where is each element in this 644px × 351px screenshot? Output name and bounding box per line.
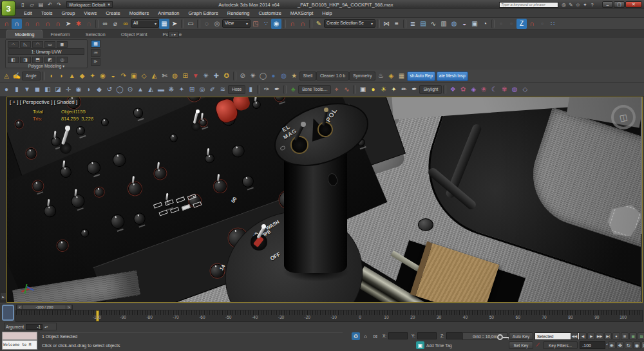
argument-value[interactable]: -1 bbox=[26, 324, 43, 330]
space-warp7-icon[interactable]: ◇ bbox=[520, 84, 530, 95]
set-key-button[interactable]: Set Key bbox=[509, 341, 533, 349]
capsule-icon[interactable]: ◗ bbox=[84, 84, 94, 95]
prev-frame-icon[interactable]: ◀ bbox=[579, 332, 587, 340]
cut-icon[interactable]: ✄ bbox=[160, 71, 170, 81]
ribbon-minimize-button[interactable]: ▪ ▾ bbox=[168, 31, 179, 38]
track-bar[interactable]: -100-90-80-70-60-50-40-30-20-10010203040… bbox=[15, 310, 643, 322]
snap-cursor-icon[interactable]: ➤ bbox=[63, 19, 73, 29]
prism-icon[interactable]: ▲ bbox=[135, 84, 146, 95]
next-frame-icon[interactable]: ▶▶ bbox=[596, 332, 603, 340]
toolbar-icon[interactable] bbox=[42, 71, 45, 81]
layer-manager-icon[interactable]: ≣ bbox=[408, 19, 418, 29]
steering-wheel-widget[interactable]: ◫ bbox=[611, 105, 636, 129]
toolbar-icon[interactable] bbox=[309, 19, 312, 28]
toolbar-icon[interactable] bbox=[491, 19, 495, 28]
spline-icon[interactable]: ✐ bbox=[207, 84, 218, 95]
favorites-icon[interactable]: ✦ bbox=[582, 2, 589, 8]
manip-dots-icon[interactable]: ∷ bbox=[547, 19, 558, 29]
x-field[interactable] bbox=[388, 332, 408, 339]
absolute-mode-icon[interactable]: ⊡ bbox=[371, 332, 379, 340]
modifier-field[interactable]: 1: Unwrap UVW bbox=[8, 48, 84, 55]
lamp-icon[interactable]: ◈ bbox=[386, 71, 396, 81]
menu-item[interactable]: Graph Editors bbox=[184, 10, 223, 16]
previous-mod-icon[interactable]: ⬒ bbox=[32, 57, 43, 63]
search-icon[interactable]: ◎ bbox=[560, 2, 567, 8]
menu-item[interactable]: Help bbox=[317, 10, 336, 16]
polygon-mode-icon[interactable]: ▭ bbox=[44, 41, 55, 48]
sphere-primitive-icon[interactable]: ● bbox=[1, 84, 12, 95]
hose-icon[interactable]: ▮ bbox=[245, 84, 256, 95]
collapse-icon[interactable]: ✪ bbox=[222, 71, 232, 81]
menu-item[interactable]: Animation bbox=[153, 10, 184, 16]
space-warp4-icon[interactable]: ❀ bbox=[478, 84, 489, 95]
inactive2-icon[interactable]: ▫ bbox=[506, 19, 516, 29]
configure-mod-icon[interactable]: ◎ bbox=[57, 57, 68, 63]
prev-frame-arrow[interactable]: < bbox=[17, 305, 23, 309]
add-time-tag-icon[interactable]: ▣ bbox=[416, 341, 424, 349]
ribbon-sel-a-icon[interactable]: ▦ bbox=[91, 40, 100, 48]
cap-icon[interactable]: ▣ bbox=[129, 71, 139, 81]
geosphere-icon[interactable]: ◉ bbox=[73, 84, 84, 95]
key-filters-button[interactable]: Key Filters... bbox=[543, 341, 578, 349]
y-field[interactable] bbox=[417, 332, 437, 339]
rect-region-icon[interactable]: ▭ bbox=[185, 19, 196, 29]
paint-bucket-icon[interactable]: ◍ bbox=[279, 71, 289, 81]
set-keys-icon[interactable] bbox=[497, 334, 503, 340]
space-warp3-icon[interactable]: ◈ bbox=[468, 84, 478, 95]
cone-primitive-icon[interactable]: ▼ bbox=[22, 84, 32, 95]
menu-item[interactable]: Views bbox=[79, 10, 101, 16]
add-time-tag-label[interactable]: Add Time Tag bbox=[426, 343, 452, 348]
connect-icon[interactable]: ◇ bbox=[139, 71, 149, 81]
toolbar-icon[interactable] bbox=[403, 19, 406, 28]
direct-light-icon[interactable]: ✦ bbox=[388, 84, 399, 95]
chamfercyl-icon[interactable]: ⊞ bbox=[187, 84, 197, 95]
chamferbox-icon[interactable]: ◧ bbox=[43, 84, 53, 95]
viewport-label[interactable]: [ + ] [ Perspective ] [ Shaded ] bbox=[10, 99, 77, 105]
close-button[interactable]: ✕ bbox=[625, 1, 642, 8]
tab-freeform[interactable]: Freeform bbox=[43, 30, 77, 38]
snap-z-icon[interactable]: ∩ bbox=[527, 19, 537, 29]
menu-item[interactable]: Tools bbox=[37, 10, 57, 16]
mesh-inspect-button[interactable]: ate Mesh Insp bbox=[437, 71, 468, 81]
gengon-icon[interactable]: ⊙ bbox=[125, 84, 135, 95]
argument-stepper[interactable]: ▴▾ bbox=[44, 325, 48, 328]
toolbar-icon[interactable] bbox=[233, 71, 236, 81]
zoom-icon[interactable]: ⊕ bbox=[608, 341, 616, 349]
quickslice-icon[interactable]: ◭ bbox=[149, 71, 160, 81]
key-mode-icon[interactable]: ● bbox=[612, 332, 620, 340]
bone-tools-button[interactable]: Bone Tools.... bbox=[298, 85, 331, 94]
mirror-icon[interactable]: ⋈ bbox=[381, 19, 392, 29]
freeform-pen-icon[interactable]: ✍ bbox=[12, 71, 22, 81]
slice-icon[interactable]: ⊘ bbox=[238, 71, 248, 81]
tab-selection[interactable]: Selection bbox=[78, 30, 113, 38]
chamfer-icon[interactable]: ✦ bbox=[88, 71, 98, 81]
coord-system-dropdown[interactable]: View bbox=[222, 19, 251, 28]
menu-item[interactable]: Modifiers bbox=[125, 10, 153, 16]
inactive-icon[interactable]: ▫ bbox=[496, 19, 506, 29]
snap-percent-icon[interactable]: ∩ bbox=[53, 19, 63, 29]
symmetry-button[interactable]: Symmetry bbox=[349, 71, 375, 81]
render-production-icon[interactable]: ◔ bbox=[480, 19, 490, 29]
new-file-icon[interactable]: ▯ bbox=[19, 2, 26, 8]
orbit-icon[interactable]: ↻ bbox=[625, 341, 632, 349]
pointer-icon[interactable]: ✛ bbox=[63, 84, 73, 95]
fk-icon[interactable]: ✑ bbox=[261, 84, 272, 95]
help-icon[interactable]: ? bbox=[589, 2, 596, 8]
selection-lock-icon[interactable]: ⌂ bbox=[361, 332, 370, 340]
toolbar-icon[interactable] bbox=[283, 85, 287, 94]
undo-icon[interactable]: ↶ bbox=[46, 2, 53, 8]
tree-icon[interactable]: ♣ bbox=[288, 84, 298, 95]
bone-chain-icon[interactable]: ∿ bbox=[341, 84, 352, 95]
snap-spinner-icon[interactable]: ✱ bbox=[73, 19, 84, 29]
menu-item[interactable]: Group bbox=[57, 10, 79, 16]
toolbar-icon[interactable] bbox=[181, 19, 184, 28]
menu-item[interactable]: Create bbox=[101, 10, 125, 16]
menu-item[interactable]: Edit bbox=[19, 10, 37, 16]
snap-3d-icon[interactable]: ∩ bbox=[298, 19, 308, 29]
ribbon-toggle-icon[interactable]: ▤ bbox=[418, 19, 428, 29]
material-editor-icon[interactable]: ◍ bbox=[449, 19, 459, 29]
select-by-region-icon[interactable]: ▦ bbox=[159, 19, 169, 29]
save-file-icon[interactable]: ▤ bbox=[37, 2, 44, 8]
msmooth-icon[interactable]: ◍ bbox=[170, 71, 180, 81]
perspective-viewport[interactable]: 00 20 14 WASH WIPE OFF POL EL MAG bbox=[6, 97, 643, 303]
